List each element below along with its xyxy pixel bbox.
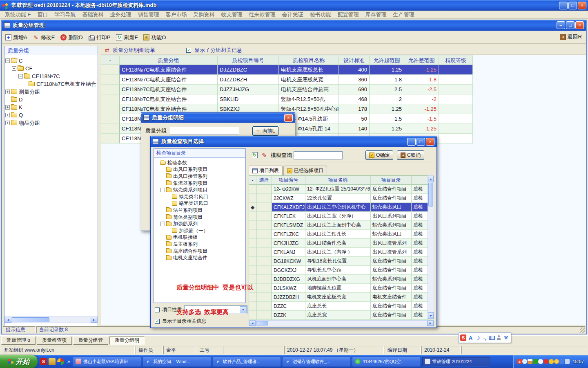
table-row[interactable]: ◆CFKALZXDFJ出风口法兰中心到风机中心蜗壳类出风口质检 <box>249 203 428 212</box>
scroll-thumb[interactable] <box>12 317 49 322</box>
tree-expander[interactable]: + <box>5 105 10 110</box>
qq-yellow-icon[interactable] <box>549 359 554 364</box>
column-header[interactable]: 设计标准 <box>339 56 370 65</box>
start-button[interactable]: 开始 <box>0 355 38 368</box>
tree-item[interactable]: 筒体类别项目 <box>155 214 245 221</box>
table-row[interactable]: DJDBDZXG风机底面到中心高蜗壳类系列项目质检 <box>249 275 428 284</box>
tree-expander[interactable]: − <box>160 222 165 226</box>
toolbar-print-button[interactable]: 打印P <box>89 34 111 41</box>
gear-icon[interactable] <box>49 358 56 365</box>
forward-button[interactable]: ☜ 向前L <box>252 126 278 136</box>
child-minimize-button[interactable]: – <box>557 21 565 29</box>
show-subgroup-checkbox[interactable] <box>186 48 191 53</box>
menu-item[interactable]: 会计凭证 <box>279 11 307 18</box>
mdi-tab[interactable]: 常鼓管理 o <box>1 337 36 345</box>
scroll-down-arrow[interactable]: ▼ <box>428 312 434 319</box>
network-icon[interactable] <box>559 359 564 364</box>
tree-expander[interactable]: + <box>5 113 10 117</box>
tree-expander[interactable]: − <box>18 74 23 79</box>
column-header[interactable] <box>412 176 428 185</box>
tree-expander[interactable]: + <box>5 90 10 94</box>
mdi-tab[interactable]: 质量检查项 <box>37 337 72 345</box>
sogou-tray-icon[interactable]: S <box>517 359 522 364</box>
tree-item[interactable]: 电机支座结合件 <box>155 254 245 261</box>
task-button[interactable]: e我的空间. - Wind... <box>143 357 211 367</box>
child-close-button[interactable]: × <box>575 21 584 29</box>
table-row[interactable]: DG18KCKW导轨18宽长孔位置底座结合件项目质检 <box>249 257 428 266</box>
column-header[interactable]: 允许差范围 <box>404 56 439 65</box>
sogou-icon[interactable]: S <box>460 334 466 341</box>
fuzzy-search-input[interactable] <box>294 151 343 159</box>
cancel-button[interactable]: C取消 <box>397 150 424 160</box>
column-header[interactable]: 项目编号 <box>272 176 305 185</box>
tree-item[interactable]: −C <box>5 57 97 65</box>
mdi-tab[interactable]: 质量分组明 <box>109 337 145 345</box>
tree-item[interactable]: −CF118№7C <box>5 72 97 80</box>
child-restore-button[interactable]: □ <box>566 21 575 29</box>
wrench-icon[interactable] <box>503 334 509 341</box>
scroll-thumb[interactable] <box>256 321 268 325</box>
menu-item[interactable]: 收支管理 <box>218 11 246 18</box>
group-field-input[interactable] <box>170 127 239 135</box>
task-button[interactable]: 418446267的QQ空... <box>352 357 421 367</box>
column-header[interactable]: - <box>249 176 256 185</box>
tree-horizontal-scrollbar[interactable]: ◄ ► <box>4 316 98 323</box>
tree-item[interactable]: 出风口接管系列 <box>155 173 245 180</box>
table-row[interactable]: CF118№7C电机支座结合件DJZZDBZH电机支座底板总宽3601.8-1.… <box>101 75 473 85</box>
chevron-left-icon[interactable]: ‹ <box>522 359 527 364</box>
tree-item[interactable]: 蜗壳类进风口 <box>155 200 245 207</box>
scroll-right-arrow[interactable]: ► <box>91 317 97 323</box>
table-row[interactable]: CF118№7C电机支座结合件DJZZDBZC电机支座底板总长4001.25-1… <box>101 65 473 75</box>
column-header[interactable]: 允许超范围 <box>370 56 404 65</box>
punctuation-icon[interactable]: ·, <box>482 334 488 341</box>
select-close-button[interactable]: × <box>426 138 434 146</box>
menu-item[interactable]: 配置管理 <box>334 11 362 18</box>
menu-item[interactable]: 生产管理 <box>390 11 418 18</box>
task-button[interactable]: 常鼓管理-20101224 <box>422 357 490 367</box>
minimize-button[interactable]: – <box>559 2 568 9</box>
tree-item[interactable]: +Q <box>5 111 97 119</box>
task-button[interactable]: 佛山小老鼠VBA培训班 <box>73 357 141 367</box>
tree-item[interactable]: 电机联接板 <box>155 234 245 241</box>
tab-item-list[interactable]: 项目列表 <box>249 166 283 175</box>
menu-item[interactable]: 业务处理 <box>107 11 135 18</box>
mdi-tab[interactable]: 质量分组管 <box>73 337 108 345</box>
penguin-icon[interactable] <box>538 359 543 364</box>
return-button[interactable]: 返回R <box>560 33 582 40</box>
moon-icon[interactable]: ☽ <box>474 334 481 341</box>
menu-item[interactable]: 销售管理 <box>135 11 163 18</box>
item-table-hscrollbar[interactable]: ◄ ► <box>249 320 434 326</box>
table-row[interactable]: CFKFLZKC出风口法兰钻孔长蜗壳类出风口质检 <box>249 230 428 239</box>
table-row[interactable]: CFKJHJZG出风口结合件总高出风口接管系列质检 <box>249 239 428 248</box>
tab-selected-items[interactable]: 已经选择项目 <box>283 166 327 175</box>
tree-item[interactable]: 集流器系列项目 <box>155 180 245 187</box>
sw-icon[interactable]: S <box>40 358 47 365</box>
column-header[interactable]: - <box>101 56 120 65</box>
tree-item[interactable]: +K <box>5 103 97 111</box>
menu-item[interactable]: 窗口 <box>34 11 51 18</box>
refresh-icon[interactable] <box>252 152 258 158</box>
tree-item[interactable]: −加强筋系列 <box>155 220 245 227</box>
tree-item[interactable]: D <box>5 96 97 103</box>
toolbar-add-button[interactable]: 新增A <box>5 34 27 41</box>
menu-item[interactable]: 采购资料 <box>190 11 218 18</box>
task-button[interactable]: e软件产品_管理者... <box>212 357 281 367</box>
menu-item[interactable]: 基础资料 <box>79 11 107 18</box>
select-restore-button[interactable]: □ <box>416 138 425 146</box>
qq-red-icon[interactable] <box>543 359 548 364</box>
column-header[interactable]: 项目名称 <box>305 176 371 185</box>
tree-item[interactable]: +测量分组 <box>5 88 97 96</box>
show-subdir-checkbox[interactable] <box>155 319 160 324</box>
volume-icon[interactable] <box>565 359 570 364</box>
tree-expander[interactable]: + <box>5 121 10 125</box>
toolbar-edit-button[interactable]: 修改E <box>33 34 55 41</box>
menu-item[interactable]: 系统功能 F <box>2 11 34 18</box>
tree-item[interactable]: 后盖板系列 <box>155 241 245 248</box>
pen-icon[interactable] <box>262 152 267 159</box>
scroll-thumb[interactable] <box>428 183 433 206</box>
scroll-right-arrow[interactable]: ► <box>427 321 434 326</box>
item-nature-checkbox[interactable] <box>155 307 160 312</box>
table-row[interactable]: CFKFLSMDZ出风口法兰上面到中心高蜗壳类系列项目质检 <box>249 221 428 230</box>
tree-expander[interactable]: − <box>155 161 159 165</box>
scroll-up-arrow[interactable]: ▲ <box>428 176 434 182</box>
